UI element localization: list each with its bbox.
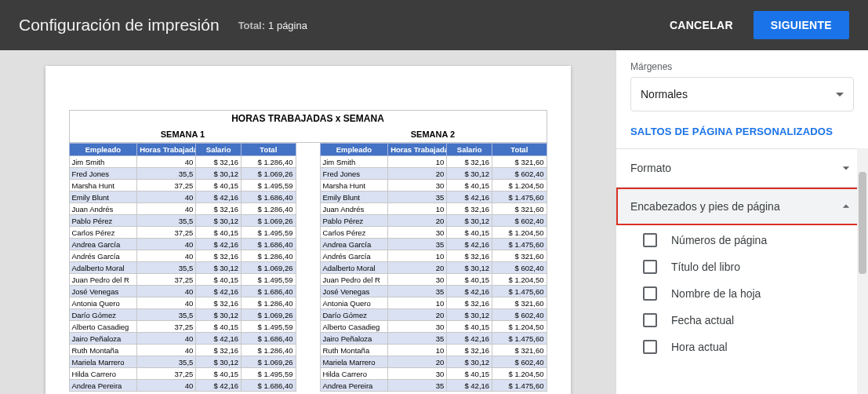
cell-empleado: Jairo Peñaloza	[69, 333, 137, 345]
cell-total: $ 1.069,26	[242, 262, 296, 274]
custom-page-breaks-link[interactable]: SALTOS DE PÁGINA PERSONALIZADOS	[616, 111, 868, 148]
cell-total: $ 1.286,40	[242, 297, 296, 309]
table-row: Carlos Pérez37,25$ 40,15$ 1.495,59	[69, 227, 296, 239]
cell-horas: 30	[388, 227, 447, 239]
margins-select[interactable]: Normales	[630, 77, 854, 111]
cell-empleado: Darío Gómez	[320, 309, 388, 321]
scrollbar-thumb[interactable]	[859, 172, 866, 274]
table-row: Juan Andrés10$ 32,16$ 321,60	[320, 203, 547, 215]
table-row: Antonia Quero40$ 32,16$ 1.286,40	[69, 297, 296, 309]
cell-salario: $ 40,15	[196, 227, 242, 239]
col-horas: Horas Trabajadas	[137, 144, 196, 156]
checkbox-label: Nombre de la hoja	[671, 287, 761, 300]
cell-total: $ 1.475,60	[492, 333, 547, 345]
cell-total: $ 1.286,40	[242, 203, 296, 215]
cell-salario: $ 30,12	[447, 168, 492, 180]
cell-horas: 35,5	[137, 262, 196, 274]
cell-empleado: Marsha Hunt	[69, 180, 137, 192]
cell-salario: $ 30,12	[196, 215, 242, 227]
cell-horas: 40	[137, 239, 196, 250]
checkbox-option[interactable]: Hora actual	[616, 334, 868, 360]
checkbox-label: Título del libro	[671, 261, 740, 273]
cell-horas: 35,5	[137, 309, 196, 321]
cell-horas: 10	[388, 297, 447, 309]
cell-salario: $ 40,15	[196, 180, 242, 192]
chevron-down-icon	[838, 160, 854, 176]
table-row: José Venegas35$ 42,16$ 1.475,60	[320, 286, 547, 297]
checkbox-option[interactable]: Nombre de la hoja	[616, 280, 868, 307]
cell-empleado: Hilda Carrero	[69, 368, 137, 380]
table-row: Andrea Pereira35$ 42,16$ 1.475,60	[320, 380, 547, 392]
total-label: Total:	[238, 20, 265, 31]
cell-salario: $ 42,16	[196, 192, 242, 203]
cell-salario: $ 42,16	[196, 333, 242, 345]
cell-total: $ 602,40	[492, 309, 547, 321]
cell-salario: $ 30,12	[196, 309, 242, 321]
cell-salario: $ 42,16	[447, 192, 492, 203]
checkbox-option[interactable]: Título del libro	[616, 254, 868, 280]
chevron-down-icon	[836, 93, 844, 97]
table-row: Andrea Pereira40$ 42,16$ 1.686,40	[69, 380, 296, 392]
cell-total: $ 321,60	[492, 156, 547, 168]
col-salario: Salario	[447, 144, 492, 156]
cell-empleado: Ruth Montaña	[320, 345, 388, 356]
cell-empleado: Andrea Pereira	[320, 380, 388, 392]
cell-salario: $ 30,12	[447, 356, 492, 368]
table-row: Fred Jones20$ 30,12$ 602,40	[320, 168, 547, 180]
cell-salario: $ 42,16	[447, 380, 492, 392]
checkbox-label: Números de página	[671, 234, 767, 246]
cell-horas: 40	[137, 380, 196, 392]
week2-table: Empleado Horas Trabajadas Salario Total …	[320, 143, 547, 392]
margins-label: Márgenes	[630, 61, 854, 72]
cell-salario: $ 42,16	[447, 239, 492, 250]
cell-total: $ 1.204,50	[492, 368, 547, 380]
cell-total: $ 1.495,59	[242, 180, 296, 192]
cell-total: $ 1.495,59	[242, 274, 296, 286]
checkbox-label: Hora actual	[671, 341, 728, 353]
cell-empleado: Pablo Pérez	[69, 215, 137, 227]
cell-empleado: José Venegas	[320, 286, 388, 297]
cell-total: $ 1.286,40	[242, 156, 296, 168]
cell-horas: 10	[388, 345, 447, 356]
sidebar-scrollbar[interactable]	[857, 148, 868, 394]
checkbox-option[interactable]: Fecha actual	[616, 307, 868, 334]
cell-empleado: Jairo Peñaloza	[320, 333, 388, 345]
week2-header: SEMANA 2	[320, 126, 547, 142]
table-row: Alberto Casadieg37,25$ 40,15$ 1.495,59	[69, 321, 296, 333]
cell-total: $ 1.475,60	[492, 380, 547, 392]
cell-salario: $ 42,16	[196, 380, 242, 392]
section-headers-footers[interactable]: Encabezados y pies de página	[616, 188, 868, 225]
col-horas: Horas Trabajadas	[388, 144, 447, 156]
cell-total: $ 1.286,40	[242, 345, 296, 356]
next-button[interactable]: SIGUIENTE	[754, 11, 849, 39]
cell-horas: 20	[388, 309, 447, 321]
cell-empleado: Adalberto Moral	[69, 262, 137, 274]
cell-horas: 30	[388, 368, 447, 380]
cell-salario: $ 30,12	[196, 356, 242, 368]
cell-horas: 30	[388, 180, 447, 192]
table-row: Fred Jones35,5$ 30,12$ 1.069,26	[69, 168, 296, 180]
cell-empleado: Jim Smith	[320, 156, 388, 168]
checkbox-icon	[643, 260, 657, 274]
cell-horas: 35	[388, 192, 447, 203]
section-formato[interactable]: Formato	[616, 149, 868, 187]
col-empleado: Empleado	[69, 144, 137, 156]
table-row: Darío Gómez20$ 30,12$ 602,40	[320, 309, 547, 321]
cell-total: $ 602,40	[492, 215, 547, 227]
cell-horas: 37,25	[137, 368, 196, 380]
print-preview-area: HORAS TRABAJADAS x SEMANA SEMANA 1 SEMAN…	[0, 50, 616, 394]
table-row: Pablo Pérez20$ 30,12$ 602,40	[320, 215, 547, 227]
cell-salario: $ 32,16	[196, 297, 242, 309]
cell-total: $ 321,60	[492, 203, 547, 215]
cell-horas: 35,5	[137, 215, 196, 227]
sidebar: Márgenes Normales SALTOS DE PÁGINA PERSO…	[616, 50, 868, 394]
checkbox-option[interactable]: Números de página	[616, 227, 868, 254]
table-row: Ruth Montaña40$ 32,16$ 1.286,40	[69, 345, 296, 356]
cancel-button[interactable]: CANCELAR	[657, 13, 746, 38]
table-row: Mariela Marrero35,5$ 30,12$ 1.069,26	[69, 356, 296, 368]
cell-empleado: Adalberto Moral	[320, 262, 388, 274]
table-row: Adalberto Moral20$ 30,12$ 602,40	[320, 262, 547, 274]
cell-horas: 35,5	[137, 356, 196, 368]
cell-salario: $ 40,15	[447, 274, 492, 286]
cell-empleado: Jim Smith	[69, 156, 137, 168]
